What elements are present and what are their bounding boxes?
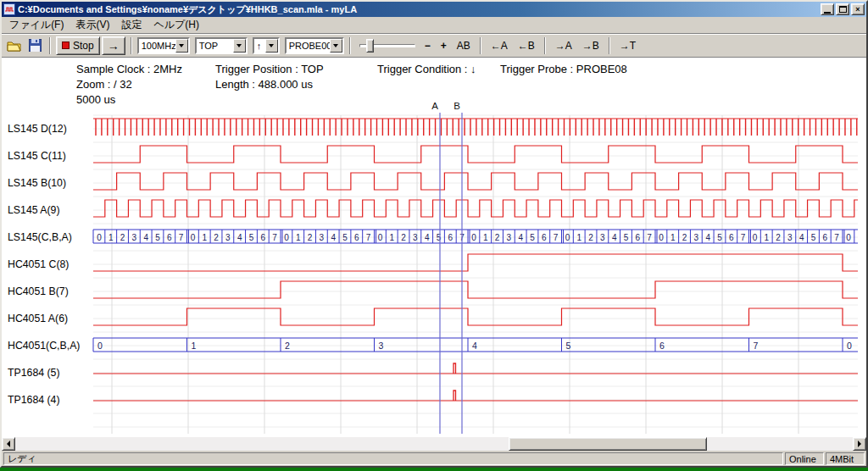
- scrollbar-track[interactable]: [15, 437, 853, 451]
- open-folder-icon: [7, 40, 22, 52]
- toolbar: Stop → 100MHz TOP ↑ PROBE00 − + AB: [2, 34, 866, 58]
- save-file-button[interactable]: [25, 36, 44, 55]
- bus-value: 6: [261, 233, 266, 242]
- run-button[interactable]: →: [102, 36, 125, 55]
- bus-value: 0: [659, 233, 664, 242]
- goto-marker-b-button[interactable]: ←B: [514, 36, 539, 55]
- dropdown-button[interactable]: [330, 39, 342, 53]
- digital-waveform: [93, 200, 858, 217]
- arrow-left-icon: [7, 441, 10, 447]
- status-memory: 4MBit: [826, 452, 865, 465]
- scroll-left-button[interactable]: [2, 437, 15, 451]
- bus-value: 4: [799, 233, 804, 242]
- zoom-out-button[interactable]: −: [420, 36, 435, 55]
- sample-clock-select[interactable]: 100MHz: [137, 37, 190, 54]
- chevron-down-icon: [269, 44, 274, 47]
- menu-view[interactable]: 表示(V): [70, 16, 115, 34]
- bus-value: 0: [284, 233, 289, 242]
- bus-value: 4: [237, 233, 242, 242]
- close-icon: ×: [855, 5, 860, 14]
- bus-value: 6: [354, 233, 359, 242]
- toolbar-separator: [609, 37, 610, 54]
- stop-icon: [62, 42, 70, 49]
- run-arrow-icon: →: [108, 39, 120, 53]
- ab-range-button[interactable]: AB: [453, 36, 475, 55]
- goto-marker-a-button[interactable]: ←A: [487, 36, 512, 55]
- toolbar-separator: [49, 37, 51, 54]
- statusbar: レディ Online 4MBit: [2, 451, 866, 466]
- titlebar[interactable]: C:¥Documents and Settings¥noname¥デスクトップ¥…: [2, 2, 866, 17]
- channel-label: LS145(C,B,A): [8, 231, 72, 243]
- digital-waveform: [93, 308, 858, 325]
- bus-value: 2: [776, 233, 781, 242]
- floppy-icon: [29, 39, 42, 52]
- horizontal-scrollbar[interactable]: [2, 437, 866, 451]
- maximize-button[interactable]: [836, 3, 849, 15]
- trigger-probe-value: PROBE00: [289, 41, 330, 51]
- waveform-panel[interactable]: LS145 D(12)LS145 C(11)LS145 B(10)LS145 A…: [2, 97, 866, 437]
- bus-value: 5: [566, 341, 571, 351]
- zoom-slider[interactable]: [359, 36, 415, 55]
- set-marker-b-button[interactable]: →B: [578, 36, 604, 55]
- zoom-in-button[interactable]: +: [437, 36, 451, 55]
- stop-label: Stop: [73, 40, 94, 52]
- pulse-event: [453, 363, 456, 374]
- close-button[interactable]: ×: [851, 3, 865, 15]
- zoom-slider-thumb[interactable]: [366, 39, 374, 53]
- trigger-probe-select[interactable]: PROBE00: [285, 37, 344, 54]
- channel-label: HC4051(C,B,A): [8, 340, 80, 352]
- channel-label: LS145 A(9): [8, 204, 60, 216]
- bus-value: 3: [600, 233, 605, 242]
- menu-help[interactable]: ヘルプ(H): [147, 16, 205, 34]
- stop-button[interactable]: Stop: [56, 36, 100, 55]
- bus-value: 6: [823, 233, 828, 242]
- dropdown-button[interactable]: [233, 39, 246, 53]
- bus-value: 3: [694, 233, 699, 242]
- trigger-position-select[interactable]: TOP: [195, 37, 248, 54]
- menubar: ファイル(F) 表示(V) 設定 ヘルプ(H): [2, 17, 866, 34]
- channel-label: TP1684 (5): [8, 367, 60, 379]
- channel-label: HC4051 A(6): [8, 313, 68, 324]
- sample-clock-value: 100MHz: [142, 41, 175, 51]
- bus-value: 7: [834, 233, 839, 242]
- bus-value: 0: [565, 233, 570, 242]
- menu-settings[interactable]: 設定: [115, 16, 147, 34]
- channel-label: LS145 B(10): [8, 177, 66, 189]
- bus-value: 0: [471, 233, 476, 242]
- minimize-button[interactable]: [821, 3, 834, 15]
- scrollbar-thumb[interactable]: [509, 437, 707, 451]
- dropdown-button[interactable]: [265, 39, 278, 53]
- bus-value: 1: [108, 233, 114, 242]
- bus-value: 2: [682, 233, 687, 242]
- bus-value: 2: [588, 233, 593, 242]
- bus-value: 5: [155, 233, 160, 242]
- bus-value: 5: [249, 233, 254, 242]
- toolbar-separator: [131, 37, 132, 54]
- dropdown-button[interactable]: [175, 39, 188, 53]
- bus-value: 4: [331, 233, 336, 242]
- bus-value: 7: [754, 341, 759, 351]
- open-file-button[interactable]: [5, 36, 24, 55]
- chevron-down-icon: [179, 44, 184, 47]
- bus-value: 6: [167, 233, 172, 242]
- chevron-down-icon: [333, 44, 338, 47]
- trigger-condition-info: Trigger Condition : ↓: [377, 63, 476, 75]
- scroll-right-button[interactable]: [853, 437, 866, 451]
- trigger-probe-info: Trigger Probe : PROBE08: [500, 63, 627, 75]
- bus-value: 2: [308, 233, 313, 242]
- main-area: Sample Clock : 2MHz Trigger Position : T…: [2, 58, 866, 451]
- bus-value: 7: [179, 233, 184, 242]
- bus-value: 4: [705, 233, 710, 242]
- goto-trigger-button[interactable]: →T: [615, 36, 640, 55]
- trigger-edge-select[interactable]: ↑: [253, 37, 280, 54]
- channel-label: LS145 D(12): [8, 123, 67, 135]
- bus-value: 0: [97, 233, 102, 242]
- digital-waveform: [93, 173, 858, 190]
- channel-label: TP1684 (4): [8, 394, 60, 406]
- bus-value: 5: [530, 233, 535, 242]
- channel-label: HC4051 B(7): [8, 285, 69, 297]
- minimize-icon: [824, 12, 831, 14]
- set-marker-a-button[interactable]: →A: [551, 36, 576, 55]
- menu-file[interactable]: ファイル(F): [3, 16, 70, 34]
- bus-value: 1: [192, 341, 197, 351]
